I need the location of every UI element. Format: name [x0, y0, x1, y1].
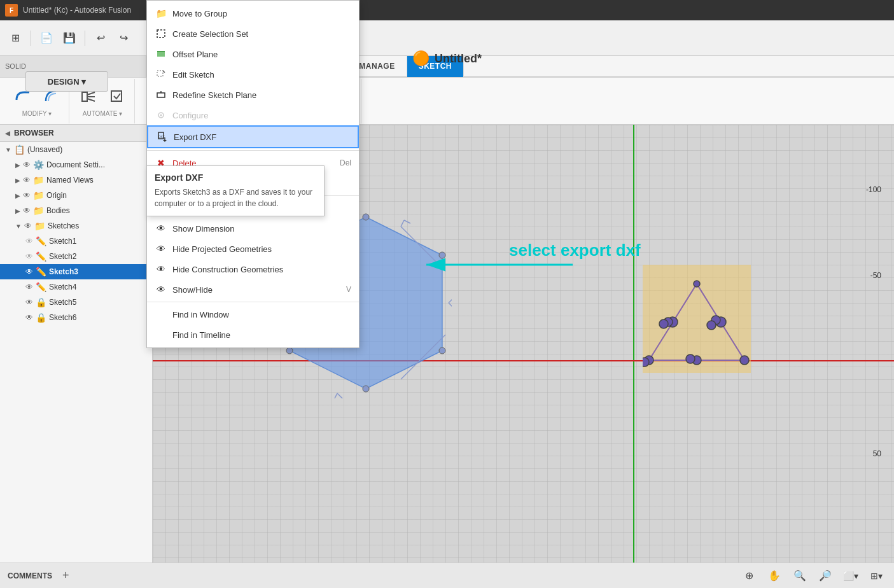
svg-marker-71	[163, 140, 167, 142]
ctx-label: Show/Hide	[172, 285, 213, 295]
ctx-label: Offset Plane	[172, 50, 218, 59]
sidebar-item-sketch6[interactable]: 👁 🔒 Sketch6	[0, 310, 152, 325]
ctx-hide-construction[interactable]: 👁 Hide Construction Geometries	[147, 259, 359, 279]
navigate-btn3[interactable]: 🔍	[790, 566, 810, 586]
visibility-icon[interactable]: 👁	[25, 267, 33, 276]
ctx-export-dxf[interactable]: DXF Export DXF	[147, 125, 359, 148]
visibility-icon[interactable]: 👁	[25, 313, 33, 322]
constraint-svg	[643, 265, 751, 373]
undo-button[interactable]: ↩	[90, 28, 111, 48]
tooltip-body: Exports Sketch3 as a DXF and saves it to…	[155, 186, 316, 209]
visibility-icon[interactable]: 👁	[24, 221, 32, 230]
ctx-move-to-group[interactable]: 📁 Move to Group	[147, 3, 359, 24]
export-dxf-tooltip: Export DXF Exports Sketch3 as a DXF and …	[146, 165, 325, 216]
delete-shortcut: Del	[340, 158, 351, 167]
sidebar-item-sketch2[interactable]: 👁 ✏️ Sketch2	[0, 249, 152, 264]
sidebar-item-unsaved[interactable]: ▼ 📋 (Unsaved)	[0, 142, 152, 157]
configure-icon	[155, 109, 167, 122]
sidebar-item-sketch3[interactable]: 👁 ✏️ Sketch3	[0, 264, 152, 279]
sidebar-item-label: Sketch4	[49, 283, 76, 291]
svg-point-57	[643, 358, 649, 367]
visibility-icon[interactable]: 👁	[23, 176, 31, 185]
visibility-icon[interactable]: 👁	[23, 160, 31, 169]
named-views-icon: 📁	[33, 175, 44, 185]
sidebar: ◀ BROWSER ▼ 📋 (Unsaved) ▶ 👁 ⚙️ Document …	[0, 125, 153, 563]
save-button[interactable]: 💾	[59, 28, 80, 48]
svg-line-36	[404, 220, 410, 223]
svg-rect-0	[82, 92, 87, 101]
design-button[interactable]: DESIGN ▾	[25, 71, 108, 92]
ctx-label: Export DXF	[174, 132, 216, 142]
display-mode-btn[interactable]: ⬜▾	[841, 566, 861, 586]
ctx-show-dimension[interactable]: 👁 Show Dimension	[147, 218, 359, 239]
visibility-icon[interactable]: 👁	[23, 206, 31, 215]
ctx-find-in-window[interactable]: Find in Window	[147, 304, 359, 325]
sidebar-item-label: Sketch6	[49, 313, 76, 322]
visibility-icon[interactable]: 👁	[25, 298, 33, 307]
svg-rect-4	[111, 91, 122, 101]
sidebar-item-label: Named Views	[46, 176, 94, 185]
sidebar-item-doc-settings[interactable]: ▶ 👁 ⚙️ Document Setti...	[0, 157, 152, 172]
apps-button[interactable]: ⊞	[5, 28, 25, 48]
navigate-btn4[interactable]: 🔎	[815, 566, 835, 586]
new-button[interactable]: 📄	[36, 28, 57, 48]
visibility-icon[interactable]: 👁	[25, 283, 33, 291]
ctx-label: Configure	[172, 111, 208, 120]
ctx-find-in-timeline[interactable]: Find in Timeline	[147, 325, 359, 345]
navigate-btn2[interactable]: ✋	[764, 566, 785, 586]
navigate-btn1[interactable]: ⊕	[739, 566, 759, 586]
visibility-icon[interactable]: 👁	[25, 252, 33, 261]
tooltip-title: Export DXF	[155, 172, 316, 183]
expand-icon: ▼	[15, 223, 22, 230]
edit-sketch-icon	[155, 68, 167, 81]
axis-label-neg50: -50	[870, 271, 881, 280]
bottombar: COMMENTS + ⊕ ✋ 🔍 🔎 ⬜▾ ⊞▾	[0, 563, 894, 588]
grid-btn[interactable]: ⊞▾	[866, 566, 886, 586]
sidebar-item-sketch1[interactable]: 👁 ✏️ Sketch1	[0, 234, 152, 249]
svg-point-31	[363, 386, 369, 392]
sidebar-item-label: (Unsaved)	[27, 145, 62, 154]
svg-text:DXF: DXF	[158, 135, 165, 139]
find-timeline-icon	[155, 328, 167, 341]
automate-label: AUTOMATE ▾	[83, 110, 122, 117]
ctx-configure[interactable]: Configure	[147, 105, 359, 125]
sidebar-item-sketch4[interactable]: 👁 ✏️ Sketch4	[0, 279, 152, 295]
visibility-icon[interactable]: 👁	[25, 237, 33, 246]
app-title-label: Untitled*	[435, 52, 482, 66]
ctx-redefine-sketch-plane[interactable]: Redefine Sketch Plane	[147, 85, 359, 105]
ctx-edit-sketch[interactable]: Edit Sketch	[147, 64, 359, 85]
svg-rect-60	[157, 52, 165, 57]
find-window-icon	[155, 308, 167, 321]
visibility-icon[interactable]: 👁	[23, 191, 31, 200]
x-axis-line	[153, 360, 894, 361]
ctx-label: Find in Timeline	[172, 330, 230, 340]
svg-point-32	[286, 347, 293, 354]
separator3	[147, 302, 359, 302]
ctx-create-selection-set[interactable]: Create Selection Set	[147, 24, 359, 44]
app-title: 🟠 Untitled*	[412, 41, 482, 76]
browser-label: BROWSER	[14, 129, 54, 137]
sidebar-item-named-views[interactable]: ▶ 👁 📁 Named Views	[0, 172, 152, 188]
sidebar-item-bodies[interactable]: ▶ 👁 📁 Bodies	[0, 203, 152, 218]
show-hide-icon: 👁	[155, 283, 167, 296]
browser-header: ◀ BROWSER	[0, 125, 152, 142]
sidebar-item-origin[interactable]: ▶ 👁 📁 Origin	[0, 188, 152, 203]
ctx-offset-plane[interactable]: Offset Plane	[147, 44, 359, 64]
redo-button[interactable]: ↪	[113, 28, 134, 48]
ctx-hide-projected[interactable]: 👁 Hide Projected Geometries	[147, 239, 359, 259]
expand-icon: ▶	[15, 207, 20, 214]
axis-label-neg100: -100	[866, 185, 881, 194]
sidebar-item-sketch5[interactable]: 👁 🔒 Sketch5	[0, 295, 152, 310]
sep1	[31, 31, 31, 46]
sidebar-item-label: Sketch1	[49, 237, 76, 246]
sidebar-item-sketches[interactable]: ▼ 👁 📁 Sketches	[0, 218, 152, 234]
svg-line-63	[163, 71, 165, 73]
ctx-show-hide[interactable]: 👁 Show/Hide V	[147, 279, 359, 300]
sketch-icon: ✏️	[36, 236, 46, 246]
sidebar-item-label: Bodies	[46, 206, 70, 215]
add-comment-button[interactable]: +	[62, 569, 69, 582]
expand-icon: ▶	[15, 177, 20, 184]
browser-collapse-arrow[interactable]: ◀	[5, 130, 10, 137]
toolbar: ⊞ 📄 💾 ↩ ↪ 🟠 Untitled*	[0, 20, 894, 56]
ctx-label: Hide Construction Geometries	[172, 265, 283, 274]
